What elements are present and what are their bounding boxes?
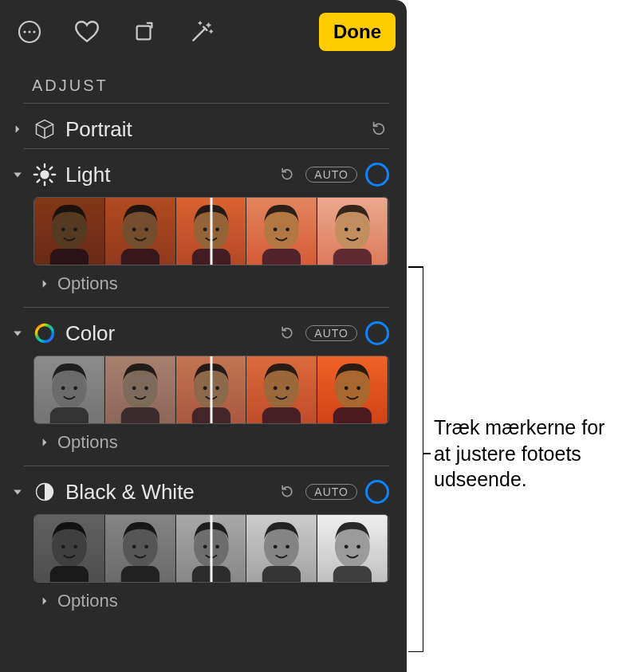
auto-button[interactable]: AUTO: [305, 167, 357, 183]
svg-point-67: [132, 544, 136, 548]
svg-rect-34: [50, 407, 89, 423]
svg-point-36: [73, 386, 77, 390]
chevron-right-icon: [38, 595, 51, 607]
enhance-icon[interactable]: [183, 14, 220, 50]
enable-toggle[interactable]: [365, 321, 389, 345]
adjustment-row-bw[interactable]: Black & White AUTO: [0, 473, 407, 511]
svg-point-41: [144, 386, 148, 390]
svg-rect-61: [50, 566, 89, 582]
svg-point-1: [23, 30, 26, 33]
svg-point-51: [286, 386, 290, 390]
bw-options[interactable]: Options: [0, 588, 407, 615]
svg-rect-39: [121, 407, 159, 423]
svg-point-83: [356, 544, 360, 548]
reset-icon[interactable]: [277, 323, 297, 344]
bw-slider[interactable]: [33, 514, 389, 583]
chevron-right-icon: [38, 277, 51, 290]
slider-marker[interactable]: [211, 356, 213, 423]
svg-point-55: [345, 386, 348, 390]
slider-thumb: [34, 515, 105, 582]
auto-button[interactable]: AUTO: [305, 484, 357, 500]
svg-point-78: [286, 544, 290, 548]
reset-icon[interactable]: [368, 119, 389, 140]
adjustment-row-portrait[interactable]: Portrait: [0, 110, 407, 148]
adjust-panel: Done ADJUST Portrait: [0, 0, 407, 672]
chevron-right-icon: [11, 123, 24, 136]
slider-thumb: [317, 356, 388, 423]
svg-point-46: [215, 386, 219, 390]
svg-point-10: [73, 227, 77, 231]
svg-point-77: [274, 544, 278, 548]
options-label: Options: [57, 273, 118, 294]
slider-thumb: [105, 515, 176, 582]
svg-point-15: [144, 227, 148, 231]
toolbar: Done: [0, 0, 407, 64]
divider: [24, 307, 389, 308]
adjustment-row-color[interactable]: Color AUTO: [0, 314, 407, 352]
enable-toggle[interactable]: [365, 480, 389, 504]
svg-point-82: [345, 544, 348, 548]
svg-point-31: [37, 325, 53, 342]
slider-thumb: [34, 356, 105, 423]
callout-bracket: [408, 266, 423, 652]
svg-rect-81: [333, 566, 372, 582]
svg-rect-13: [121, 249, 159, 265]
light-sun-icon: [32, 162, 57, 187]
svg-point-45: [203, 386, 207, 390]
slider-thumb: [246, 198, 317, 265]
done-button[interactable]: Done: [319, 13, 396, 51]
slider-marker[interactable]: [211, 198, 213, 265]
divider: [24, 466, 389, 466]
svg-rect-23: [262, 249, 301, 265]
svg-rect-66: [121, 566, 159, 582]
divider: [24, 103, 389, 104]
color-ring-icon: [32, 320, 57, 346]
crop-icon[interactable]: [126, 14, 163, 50]
favorite-icon[interactable]: [69, 14, 105, 50]
bw-label: Black & White: [65, 480, 269, 505]
svg-point-29: [345, 227, 348, 231]
chevron-down-icon: [11, 485, 24, 498]
svg-point-63: [73, 544, 77, 548]
light-slider[interactable]: [33, 197, 389, 265]
slider-thumb: [246, 515, 317, 582]
svg-point-20: [215, 227, 219, 231]
callout-tick: [423, 453, 431, 454]
slider-thumb: [246, 356, 317, 423]
options-label: Options: [57, 432, 118, 453]
slider-thumb: [317, 515, 388, 582]
svg-point-62: [61, 544, 65, 548]
light-label: Light: [65, 163, 269, 187]
svg-rect-4: [137, 26, 151, 40]
auto-button[interactable]: AUTO: [305, 325, 357, 341]
color-label: Color: [65, 321, 269, 346]
enable-toggle[interactable]: [365, 163, 389, 187]
adjustment-row-light[interactable]: Light AUTO: [0, 155, 407, 194]
svg-point-3: [33, 30, 35, 33]
callout-text: Træk mærkerne for at justere fotoets uds…: [434, 415, 625, 493]
svg-point-35: [61, 386, 65, 390]
slider-thumb: [105, 198, 176, 265]
svg-point-25: [286, 227, 290, 231]
svg-rect-49: [262, 407, 301, 423]
reset-icon[interactable]: [277, 164, 297, 185]
svg-point-19: [203, 227, 207, 231]
options-label: Options: [57, 591, 118, 611]
svg-point-14: [132, 227, 136, 231]
color-options[interactable]: Options: [0, 429, 407, 466]
svg-point-68: [144, 544, 148, 548]
svg-rect-54: [333, 407, 372, 423]
light-options[interactable]: Options: [0, 270, 407, 307]
svg-point-56: [356, 386, 360, 390]
color-slider[interactable]: [33, 356, 389, 424]
svg-rect-76: [262, 566, 301, 582]
svg-point-50: [274, 386, 278, 390]
svg-rect-8: [50, 249, 89, 265]
chevron-right-icon: [38, 436, 51, 449]
svg-point-40: [132, 386, 136, 390]
slider-marker[interactable]: [211, 515, 213, 582]
reset-icon[interactable]: [277, 481, 297, 502]
portrait-label: Portrait: [65, 117, 360, 142]
more-icon[interactable]: [11, 14, 48, 50]
portrait-cube-icon: [32, 116, 57, 142]
